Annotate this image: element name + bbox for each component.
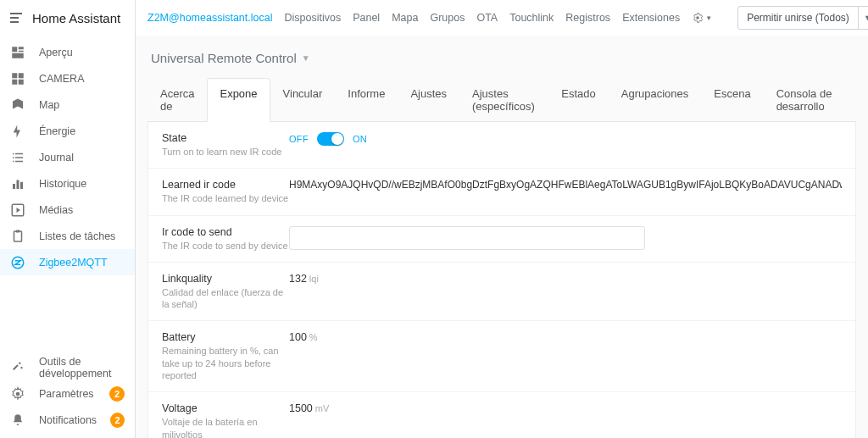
sidebar-item-journal[interactable]: Journal <box>0 144 135 170</box>
tab-about[interactable]: Acerca de <box>147 78 207 122</box>
nav-mapa[interactable]: Mapa <box>392 12 418 24</box>
svg-rect-15 <box>17 180 19 189</box>
sidebar-item-label: Notifications <box>39 414 97 426</box>
sidebar-item-todo[interactable]: Listes de tâches <box>0 223 135 249</box>
tab-scene[interactable]: Escena <box>701 78 763 122</box>
sidebar-item-label: Médias <box>39 204 73 216</box>
sidebar-item-notifications[interactable]: Notifications2 <box>0 407 135 433</box>
sidebar-item-label: Listes de tâches <box>39 230 115 242</box>
sidebar-item-label: Map <box>39 99 59 111</box>
svg-rect-9 <box>15 152 23 154</box>
row-title: Voltage <box>162 402 289 414</box>
content: Universal Remote Control ▼ Acerca de Exp… <box>136 36 868 438</box>
bell-icon <box>10 413 25 428</box>
camera-icon <box>10 71 25 86</box>
sidebar-item-camera[interactable]: CAMERA <box>0 65 135 91</box>
nav-ota[interactable]: OTA <box>476 12 498 24</box>
row-linkquality: LinkqualityCalidad del enlace (fuerza de… <box>148 263 855 322</box>
zigbee-icon <box>10 255 25 270</box>
sidebar-item-media[interactable]: Médias <box>0 197 135 223</box>
sidebar-item-label: Aperçu <box>39 47 73 58</box>
settings-dropdown[interactable]: ▼ <box>692 12 712 24</box>
nav-panel[interactable]: Panel <box>353 12 380 24</box>
play-icon <box>10 202 25 218</box>
sidebar-item-energy[interactable]: Énergie <box>0 118 135 144</box>
settings-badge: 2 <box>109 386 125 402</box>
row-title: Linkquality <box>162 273 289 285</box>
tab-exposes[interactable]: Expone <box>207 78 270 122</box>
tab-reporting[interactable]: Informe <box>335 78 398 122</box>
svg-rect-3 <box>12 53 24 58</box>
sidebar-item-map[interactable]: Map <box>0 91 135 118</box>
row-voltage: VoltageVoltaje de la batería en milivolt… <box>148 392 855 438</box>
sidebar-item-label: Outils de développement <box>39 356 125 380</box>
permit-join-dropdown[interactable]: ▼ <box>859 6 868 30</box>
sidebar-item-devtools[interactable]: Outils de développement <box>0 354 135 380</box>
sidebar-item-settings[interactable]: Paramètres2 <box>0 380 135 407</box>
permit-join-button[interactable]: Permitir unirse (Todos) <box>737 6 859 30</box>
voltage-unit: mV <box>315 403 330 413</box>
nav-registros[interactable]: Registros <box>565 12 610 24</box>
sidebar-item-label: Journal <box>39 152 74 164</box>
host-link[interactable]: Z2M@homeassistant.local <box>147 12 272 24</box>
battery-unit: % <box>309 332 318 342</box>
nav-dispositivos[interactable]: Dispositivos <box>284 12 341 24</box>
row-battery: BatteryRemaining battery in %, can take … <box>148 321 855 392</box>
voltage-value: 1500 <box>289 402 313 414</box>
toggle-off-label[interactable]: OFF <box>289 134 309 144</box>
sidebar-item-label: Paramètres <box>39 388 94 400</box>
ir-send-input[interactable] <box>289 226 645 250</box>
tab-settings[interactable]: Ajustes <box>398 78 459 122</box>
hammer-icon <box>10 360 25 375</box>
tab-devconsole[interactable]: Consola de desarrollo <box>764 78 856 122</box>
permit-join: Permitir unirse (Todos) ▼ <box>737 6 868 30</box>
toggle-on-label[interactable]: ON <box>353 134 367 144</box>
nav-grupos[interactable]: Grupos <box>430 12 465 24</box>
menu-icon[interactable] <box>10 13 24 23</box>
sidebar-item-overview[interactable]: Aperçu <box>0 39 135 65</box>
main: Z2M@homeassistant.local Dispositivos Pan… <box>136 0 868 438</box>
chevron-down-icon: ▼ <box>302 53 310 63</box>
row-title: Battery <box>162 331 289 343</box>
tab-bind[interactable]: Vincular <box>270 78 336 122</box>
svg-rect-14 <box>13 184 15 189</box>
dashboard-icon <box>10 45 25 60</box>
row-desc: Turn on to learn new IR code <box>162 146 289 158</box>
svg-rect-16 <box>20 181 23 188</box>
sidebar-header: Home Assistant <box>0 0 135 36</box>
linkquality-unit: lqi <box>309 274 319 284</box>
app-title: Home Assistant <box>32 11 120 25</box>
row-ir-to-send: Ir code to sendThe IR code to send by de… <box>148 216 855 263</box>
row-state: StateTurn on to learn new IR code OFF ON <box>148 122 855 169</box>
list-icon <box>10 150 25 165</box>
tab-clusters[interactable]: Agrupaciones <box>609 78 702 122</box>
tab-settings-specific[interactable]: Ajustes (específicos) <box>459 78 548 122</box>
svg-point-21 <box>16 391 20 396</box>
row-desc: Calidad del enlace (fuerza de la señal) <box>162 286 289 311</box>
svg-rect-13 <box>15 160 23 162</box>
sidebar-nav: Aperçu CAMERA Map Énergie Journal Histor… <box>0 36 135 354</box>
sidebar-item-zigbee2mqtt[interactable]: Zigbee2MQTT <box>0 249 135 275</box>
svg-rect-12 <box>13 160 14 162</box>
row-desc: The IR code learned by device <box>162 192 289 204</box>
device-selector[interactable]: Universal Remote Control ▼ <box>147 44 856 77</box>
svg-rect-11 <box>15 157 23 158</box>
row-desc: The IR code to send by device <box>162 240 289 252</box>
topbar: Z2M@homeassistant.local Dispositivos Pan… <box>136 0 868 36</box>
exposes-card: StateTurn on to learn new IR code OFF ON… <box>147 122 856 438</box>
svg-point-22 <box>696 16 699 19</box>
sidebar-item-label: Historique <box>39 178 86 190</box>
tab-state[interactable]: Estado <box>548 78 608 122</box>
sidebar-item-history[interactable]: Historique <box>0 170 135 197</box>
svg-rect-5 <box>19 73 24 78</box>
nav-extensiones[interactable]: Extensiones <box>622 12 680 24</box>
gear-icon <box>10 386 25 402</box>
nav-touchlink[interactable]: Touchlink <box>509 12 554 24</box>
energy-icon <box>10 124 25 139</box>
svg-rect-2 <box>19 50 24 52</box>
state-toggle[interactable] <box>317 132 344 146</box>
sidebar-item-label: CAMERA <box>39 73 84 85</box>
svg-rect-18 <box>14 231 22 241</box>
sidebar-item-label: Zigbee2MQTT <box>39 257 108 269</box>
map-icon <box>10 97 25 113</box>
